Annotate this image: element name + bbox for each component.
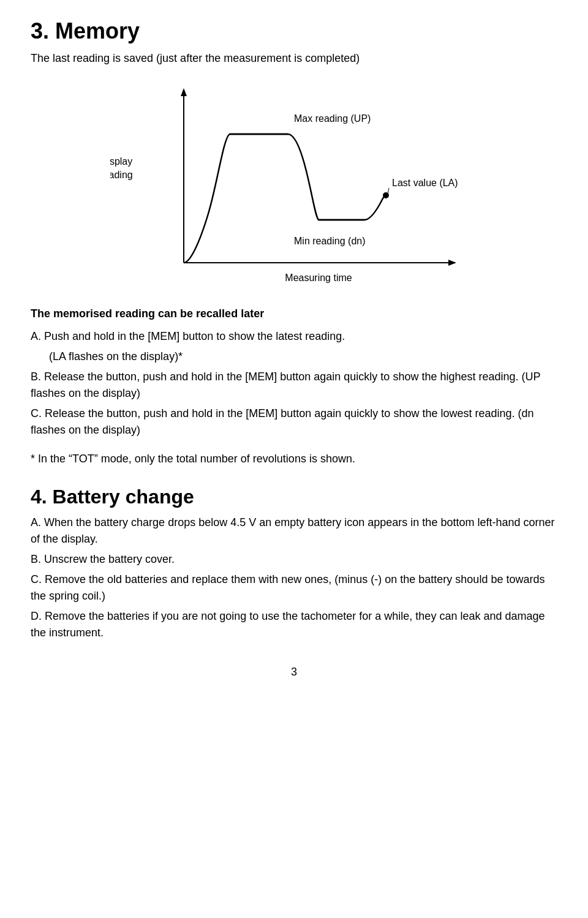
battery-step-a: A. When the battery charge drops below 4…	[31, 514, 557, 547]
section3-intro: The last reading is saved (just after th…	[31, 50, 557, 67]
svg-text:Display: Display	[110, 156, 132, 167]
memory-diagram: Display reading Measuring time Max readi…	[31, 79, 557, 287]
svg-text:Measuring time: Measuring time	[285, 273, 352, 283]
page-number: 3	[31, 666, 557, 679]
step-b: B. Release the button, push and hold in …	[31, 369, 557, 402]
svg-marker-3	[448, 260, 456, 266]
battery-step-d: D. Remove the batteries if you are not g…	[31, 608, 557, 641]
svg-text:reading: reading	[110, 170, 133, 180]
section3-title: 3. Memory	[31, 18, 557, 44]
memorised-heading: The memorised reading can be recalled la…	[31, 306, 557, 322]
svg-text:Last value (LA): Last value (LA)	[392, 178, 458, 188]
step-c: C. Release the button, push and hold in …	[31, 405, 557, 438]
svg-text:Max reading (UP): Max reading (UP)	[294, 113, 371, 124]
step-a: A. Push and hold in the [MEM] button to …	[31, 328, 557, 345]
svg-marker-1	[181, 88, 187, 96]
step-la-note: (LA flashes on the display)*	[49, 348, 557, 365]
svg-text:Min reading (dn): Min reading (dn)	[294, 236, 366, 246]
battery-step-c: C. Remove the old batteries and replace …	[31, 571, 557, 604]
svg-line-13	[388, 188, 389, 194]
section4-steps: A. When the battery charge drops below 4…	[31, 514, 557, 641]
battery-step-b: B. Unscrew the battery cover.	[31, 551, 557, 568]
section4-title: 4. Battery change	[31, 486, 557, 508]
tot-mode-note: * In the “TOT” mode, only the total numb…	[31, 451, 557, 467]
section3-steps: A. Push and hold in the [MEM] button to …	[31, 328, 557, 438]
